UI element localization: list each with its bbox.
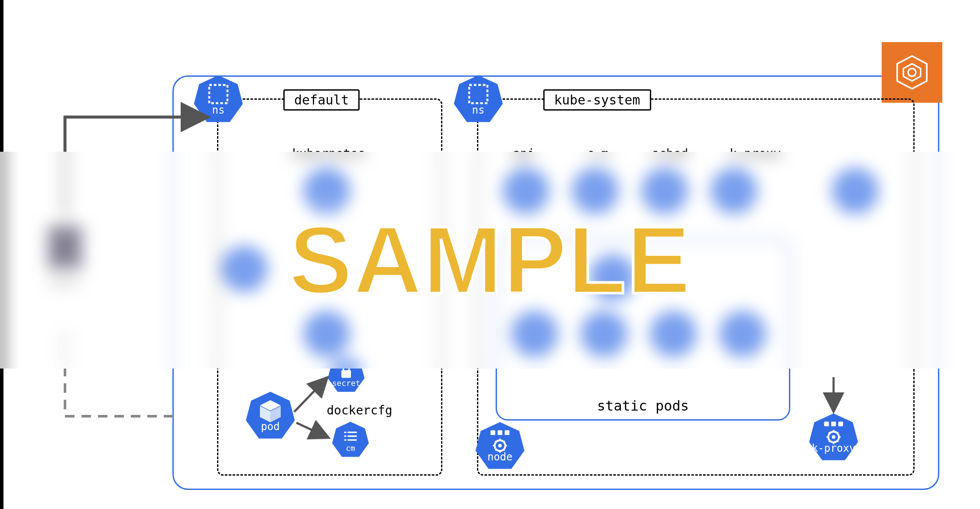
namespace-icon	[465, 83, 491, 105]
svg-rect-4	[209, 85, 227, 103]
dockercfg-label: dockercfg	[327, 403, 393, 418]
namespace-default-title: default	[283, 89, 360, 111]
ns-kind-label: ns	[212, 104, 225, 116]
svg-rect-18	[490, 430, 495, 435]
node-kind-label: node	[487, 451, 513, 463]
svg-marker-2	[903, 64, 921, 81]
namespace-icon	[205, 83, 231, 105]
svg-line-16	[296, 423, 329, 438]
sample-text: SAMPLE	[289, 206, 691, 315]
svg-rect-17	[469, 85, 487, 103]
cm-kind-label: cm	[346, 444, 355, 453]
node-glyph-icon	[821, 421, 847, 443]
cube-icon	[257, 400, 283, 421]
svg-point-22	[498, 444, 502, 447]
svg-rect-8	[341, 370, 351, 378]
namespace-kubesys-label: kube-system	[554, 92, 640, 108]
node-icon: node	[474, 421, 526, 473]
kproxy-kind-label: k-proxy	[811, 442, 855, 454]
svg-rect-20	[505, 430, 509, 435]
pod-kind-label: pod	[261, 421, 279, 433]
svg-marker-1	[897, 56, 927, 89]
svg-line-15	[294, 377, 328, 412]
node-glyph-icon	[487, 430, 513, 452]
sample-watermark: SAMPLE	[0, 152, 980, 369]
namespace-default-label: default	[294, 92, 349, 108]
secret-kind-label: secret	[332, 378, 360, 388]
list-icon	[341, 428, 360, 444]
ns-kind-label: ns	[472, 104, 485, 116]
static-pods-label: static pods	[597, 398, 689, 414]
pod-icon: pod	[244, 390, 296, 442]
eks-icon	[882, 42, 942, 103]
svg-rect-24	[831, 421, 836, 426]
svg-point-27	[832, 435, 835, 439]
kproxy-pod-icon: k-proxy	[808, 412, 860, 464]
svg-rect-19	[498, 430, 503, 435]
namespace-kubesys-title: kube-system	[543, 89, 651, 111]
ns-icon: ns	[192, 74, 244, 126]
cm-icon: cm	[331, 421, 370, 460]
ns-icon-kubesys: ns	[452, 74, 504, 126]
svg-point-3	[908, 69, 916, 76]
svg-rect-23	[824, 421, 829, 426]
svg-rect-25	[838, 421, 843, 426]
